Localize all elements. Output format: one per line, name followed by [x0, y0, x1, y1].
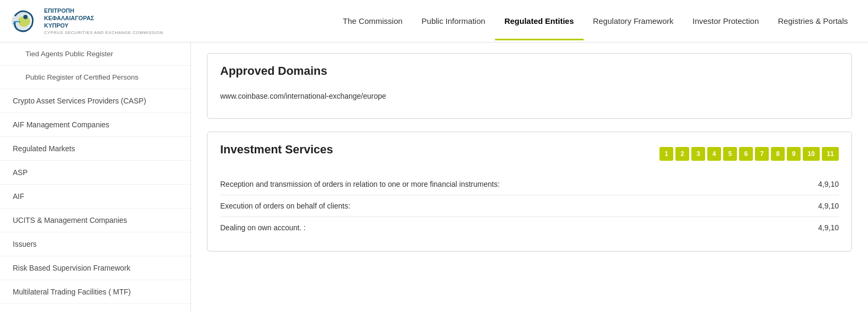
sidebar-item-casp[interactable]: Crypto Asset Services Providers (CASP) — [0, 89, 190, 113]
nav-item-regulatory-framework[interactable]: Regulatory Framework — [584, 2, 683, 40]
service-value-1: 4,9,10 — [818, 202, 839, 210]
badge-7: 7 — [755, 147, 769, 161]
sidebar-item-aif-mgmt[interactable]: AIF Management Companies — [0, 113, 190, 137]
domain-value: www.coinbase.com/international-exchange/… — [220, 86, 839, 106]
investment-services-header: Investment Services 1234567891011 — [220, 143, 839, 165]
service-row-0: Reception and transmission of orders in … — [220, 174, 839, 195]
svg-point-1 — [23, 15, 28, 19]
sidebar-item-aif[interactable]: AIF — [0, 185, 190, 209]
investment-services-section: Investment Services 1234567891011 Recept… — [207, 132, 852, 252]
badge-10: 10 — [803, 147, 820, 161]
nav-item-registries[interactable]: Registries & Portals — [768, 2, 857, 40]
badge-11: 11 — [822, 147, 839, 161]
sidebar-item-public-register[interactable]: Public Register of Certified Persons — [0, 66, 190, 89]
number-badges: 1234567891011 — [659, 147, 839, 161]
badge-2: 2 — [675, 147, 689, 161]
badge-3: 3 — [691, 147, 705, 161]
logo-subtitle: CYPRUS SECURITIES AND EXCHANGE COMMISSIO… — [44, 30, 163, 35]
badge-1: 1 — [659, 147, 673, 161]
sidebar-item-issuers[interactable]: Issuers — [0, 232, 190, 256]
nav-item-public-info[interactable]: Public Information — [412, 2, 495, 40]
sidebar-item-tied-agents[interactable]: Tied Agents Public Register — [0, 42, 190, 66]
main-content: Approved Domains www.coinbase.com/intern… — [191, 42, 868, 312]
logo: ΕΠΙΤΡΟΠΗ ΚΕΦΑΛΑΙΑΓΟΡΑΣ ΚΥΠΡΟΥ CYPRUS SEC… — [11, 5, 163, 37]
header: ΕΠΙΤΡΟΠΗ ΚΕΦΑΛΑΙΑΓΟΡΑΣ ΚΥΠΡΟΥ CYPRUS SEC… — [0, 0, 868, 42]
badge-5: 5 — [723, 147, 737, 161]
sidebar-item-asp[interactable]: ASP — [0, 161, 190, 185]
nav-item-investor-protection[interactable]: Investor Protection — [683, 2, 768, 40]
logo-icon — [11, 5, 40, 37]
page-layout: Tied Agents Public RegisterPublic Regist… — [0, 42, 868, 312]
badge-9: 9 — [787, 147, 801, 161]
nav-item-regulated-entities[interactable]: Regulated Entities — [495, 2, 584, 40]
sidebar-item-regulated-markets[interactable]: Regulated Markets — [0, 137, 190, 161]
logo-text: ΕΠΙΤΡΟΠΗ ΚΕΦΑΛΑΙΑΓΟΡΑΣ ΚΥΠΡΟΥ — [44, 7, 163, 30]
badge-8: 8 — [771, 147, 785, 161]
sidebar-item-aifm-manco[interactable]: AIFM & MANCO — [0, 304, 190, 312]
approved-domains-section: Approved Domains www.coinbase.com/intern… — [207, 53, 852, 119]
badge-4: 4 — [707, 147, 721, 161]
sidebar-item-ucits[interactable]: UCITS & Management Companies — [0, 209, 190, 232]
approved-domains-title: Approved Domains — [220, 64, 839, 78]
nav-item-commission[interactable]: The Commission — [333, 2, 412, 40]
investment-services-title: Investment Services — [220, 143, 333, 157]
service-label-0: Reception and transmission of orders in … — [220, 180, 500, 188]
sidebar-item-risk-based[interactable]: Risk Based Supervision Framework — [0, 256, 190, 280]
service-label-2: Dealing on own account. : — [220, 223, 306, 232]
service-value-2: 4,9,10 — [818, 223, 839, 232]
sidebar: Tied Agents Public RegisterPublic Regist… — [0, 42, 191, 312]
badge-6: 6 — [739, 147, 753, 161]
service-row-2: Dealing on own account. :4,9,10 — [220, 216, 839, 238]
service-row-1: Execution of orders on behalf of clients… — [220, 195, 839, 216]
service-value-0: 4,9,10 — [818, 180, 839, 188]
service-rows: Reception and transmission of orders in … — [220, 174, 839, 238]
sidebar-item-mtf[interactable]: Multilateral Trading Facilities ( MTF) — [0, 280, 190, 304]
service-label-1: Execution of orders on behalf of clients… — [220, 202, 350, 210]
main-nav: The CommissionPublic InformationRegulate… — [163, 2, 857, 40]
